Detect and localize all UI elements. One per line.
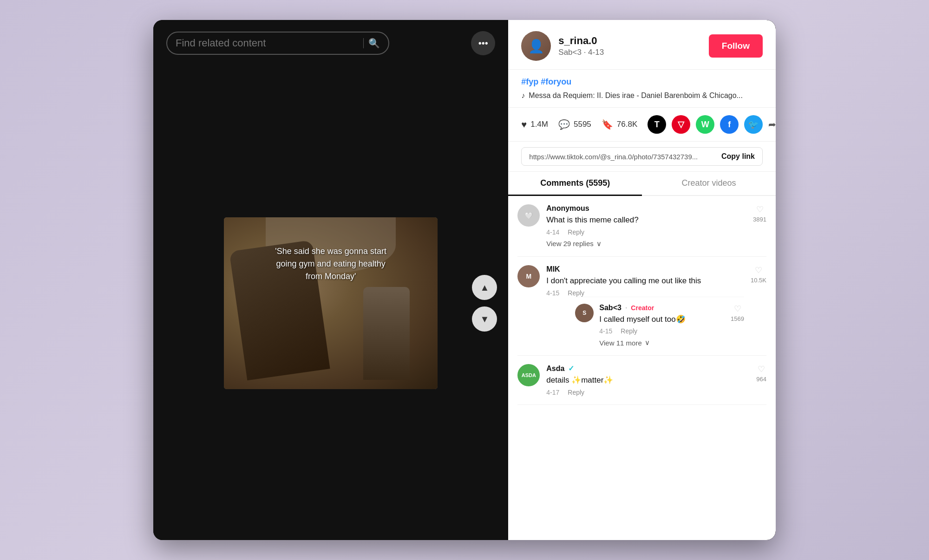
search-input[interactable] xyxy=(176,37,359,49)
music-note-icon: ♪ xyxy=(521,91,525,100)
profile-subtitle: Sab<3 · 4-13 xyxy=(558,48,701,57)
share-icons: T ▽ W f 🐦 ➦ xyxy=(648,115,776,134)
comment-like: ♡ 10.5K xyxy=(751,265,766,347)
search-bar-area: 🔍 ••• xyxy=(153,20,508,66)
comment-like: ♡ 964 xyxy=(756,364,766,396)
avatar-initials: S xyxy=(582,310,586,316)
share-pinterest-button[interactable]: ▽ xyxy=(672,115,690,134)
comment-body: MIK I don't appreciate you calling me ou… xyxy=(546,265,744,347)
avatar-initials: ASDA xyxy=(522,372,536,378)
share-whatsapp-button[interactable]: W xyxy=(696,115,714,134)
reply-text: I called myself out too🤣 xyxy=(599,314,725,325)
share-twitter-button[interactable]: 🐦 xyxy=(744,115,763,134)
comment-icon: 💬 xyxy=(558,119,570,130)
follow-button[interactable]: Follow xyxy=(709,34,763,58)
media-area: 'She said she was gonna start going gym … xyxy=(153,66,508,540)
stats-row: ♥ 1.4M 💬 5595 🔖 76.8K T ▽ W f 🐦 ➦ xyxy=(508,108,776,142)
comment-meta: 4-17 Reply xyxy=(546,389,750,396)
like-icon[interactable]: ♡ xyxy=(734,304,741,314)
comment-body: Asda ✓ details ✨matter✨ 4-17 Reply xyxy=(546,364,750,396)
tab-comments[interactable]: Comments (5595) xyxy=(508,172,642,196)
comment-meta: 4-15 Reply xyxy=(546,289,744,297)
reply-indent: S Sab<3 · Creator I called myself out to… xyxy=(575,297,744,347)
reply-button[interactable]: Reply xyxy=(568,389,584,396)
author-name: Sab<3 xyxy=(599,304,622,312)
avatar: M xyxy=(517,265,540,287)
heart-icon: ♥ xyxy=(521,119,527,130)
left-panel: 🔍 ••• 'She said she was gonna start goin… xyxy=(153,20,508,540)
verified-icon: ✓ xyxy=(568,364,574,373)
like-count: 964 xyxy=(756,376,766,383)
music-line: ♪ Messa da Requiem: II. Dies irae - Dani… xyxy=(521,91,763,100)
bookmark-icon: 🔖 xyxy=(602,119,613,130)
search-input-wrapper[interactable]: 🔍 xyxy=(166,32,389,55)
music-title: Messa da Requiem: II. Dies irae - Daniel… xyxy=(529,91,743,100)
profile-section: 👤 s_rina.0 Sab<3 · 4-13 Follow xyxy=(508,20,776,70)
comment-author: MIK xyxy=(546,265,744,273)
avatar: 🤍 xyxy=(517,204,540,227)
reply-meta: 4-15 Reply xyxy=(599,327,725,335)
search-divider xyxy=(363,38,364,48)
link-box: https://www.tiktok.com/@s_rina.0/photo/7… xyxy=(521,147,763,166)
comments-count: 5595 xyxy=(574,120,591,129)
view-replies-label: View 29 replies xyxy=(546,240,593,247)
share-tiktok-button[interactable]: T xyxy=(648,115,666,134)
likes-count: 1.4M xyxy=(530,120,548,129)
view-more-label: View 11 more xyxy=(599,339,641,347)
link-section: https://www.tiktok.com/@s_rina.0/photo/7… xyxy=(508,142,776,172)
chevron-down-icon: ∨ xyxy=(596,240,602,248)
comments-stat: 💬 5595 xyxy=(558,119,591,130)
copy-link-button[interactable]: Copy link xyxy=(721,152,755,161)
comment-item: 🤍 Anonymous What is this meme called? 4-… xyxy=(517,196,766,257)
figure-child xyxy=(363,287,410,380)
right-panel: 👤 s_rina.0 Sab<3 · 4-13 Follow #fyp #for… xyxy=(508,20,776,540)
avatar: ASDA xyxy=(517,364,540,386)
view-more-button[interactable]: View 11 more ∨ xyxy=(599,339,649,347)
comment-author: Anonymous xyxy=(546,204,746,213)
like-icon[interactable]: ♡ xyxy=(756,204,764,215)
comment-author: Asda ✓ xyxy=(546,364,750,373)
like-icon[interactable]: ♡ xyxy=(755,265,762,275)
reply-avatar: S xyxy=(575,304,594,322)
avatar: 👤 xyxy=(521,31,551,61)
meme-image: 'She said she was gonna start going gym … xyxy=(224,217,438,389)
tabs-row: Comments (5595) Creator videos xyxy=(508,172,776,196)
like-icon[interactable]: ♡ xyxy=(758,364,765,374)
tab-creator-videos[interactable]: Creator videos xyxy=(642,172,776,195)
search-icon: 🔍 xyxy=(368,38,380,49)
reply-like: ♡ 1569 xyxy=(731,304,744,347)
navigation-arrows: ▲ ▼ xyxy=(472,275,497,332)
comment-date: 4-15 xyxy=(546,289,559,297)
comment-body: Anonymous What is this meme called? 4-14… xyxy=(546,204,746,248)
main-container: 🔍 ••• 'She said she was gonna start goin… xyxy=(153,20,776,540)
likes-stat: ♥ 1.4M xyxy=(521,119,548,130)
comment-meta: 4-14 Reply xyxy=(546,228,746,236)
reply-button[interactable]: Reply xyxy=(568,289,584,297)
more-options-button[interactable]: ••• xyxy=(471,31,495,55)
comment-item: ASDA Asda ✓ details ✨matter✨ 4-17 Reply … xyxy=(517,356,766,405)
chevron-down-icon: ∨ xyxy=(645,339,650,347)
comment-text: I don't appreciate you calling me out li… xyxy=(546,275,744,287)
nav-down-button[interactable]: ▼ xyxy=(472,306,497,332)
avatar-icon: 👤 xyxy=(528,39,544,54)
view-replies-button[interactable]: View 29 replies ∨ xyxy=(546,240,601,248)
hashtags[interactable]: #fyp #foryou xyxy=(521,77,763,87)
reply-button[interactable]: Reply xyxy=(621,327,637,335)
nav-up-button[interactable]: ▲ xyxy=(472,275,497,300)
comment-date: 4-14 xyxy=(546,228,559,236)
link-url: https://www.tiktok.com/@s_rina.0/photo/7… xyxy=(529,153,716,161)
comment-item: M MIK I don't appreciate you calling me … xyxy=(517,257,766,356)
comment-text: What is this meme called? xyxy=(546,215,746,226)
meme-caption-text: 'She said she was gonna start going gym … xyxy=(275,245,386,283)
author-name: Anonymous xyxy=(546,204,589,213)
like-count: 1569 xyxy=(731,315,744,322)
reply-date: 4-15 xyxy=(599,327,612,335)
reply-button[interactable]: Reply xyxy=(568,228,584,236)
comment-date: 4-17 xyxy=(546,389,559,396)
share-facebook-button[interactable]: f xyxy=(720,115,739,134)
share-more-button[interactable]: ➦ xyxy=(768,119,776,130)
author-name: Asda xyxy=(546,365,564,373)
reply-item: S Sab<3 · Creator I called myself out to… xyxy=(575,304,744,347)
reply-author: Sab<3 · Creator xyxy=(599,304,725,312)
caption-section: #fyp #foryou ♪ Messa da Requiem: II. Die… xyxy=(508,70,776,108)
